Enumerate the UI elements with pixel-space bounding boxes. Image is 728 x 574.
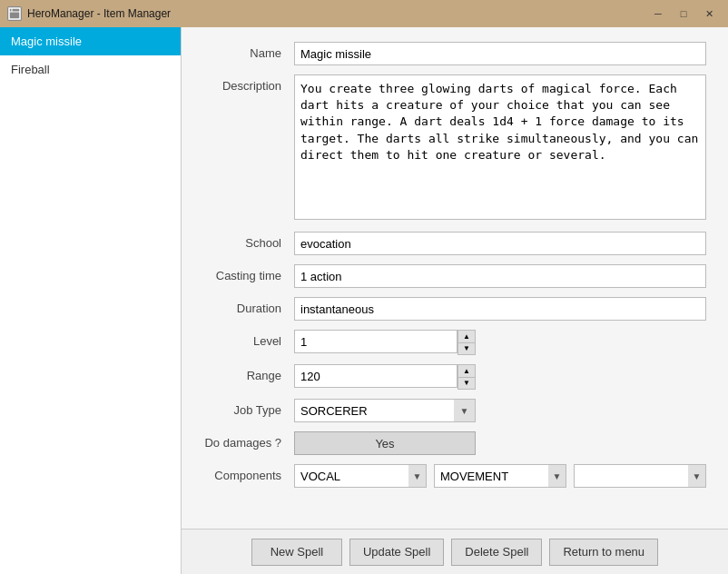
titlebar-left: HeroManager - Item Manager xyxy=(7,6,171,21)
app-icon xyxy=(7,6,22,21)
new-spell-button[interactable]: New Spell xyxy=(251,539,342,566)
component2-wrapper: MOVEMENT VOCAL SOMATIC MATERIAL ▼ xyxy=(434,464,566,488)
duration-row: Duration xyxy=(203,297,706,321)
job-type-label: Job Type xyxy=(203,399,294,417)
svg-rect-0 xyxy=(9,8,20,19)
name-row: Name xyxy=(203,42,706,65)
level-up-button[interactable]: ▲ xyxy=(458,331,475,342)
range-spinner-buttons: ▲ ▼ xyxy=(457,364,476,390)
casting-time-label: Casting time xyxy=(203,264,294,282)
component1-wrapper: VOCAL SOMATIC MATERIAL ▼ xyxy=(294,464,427,488)
range-up-button[interactable]: ▲ xyxy=(458,365,475,377)
components-wrapper: VOCAL SOMATIC MATERIAL ▼ MOVEMENT VOCAL … xyxy=(294,464,706,488)
job-type-row: Job Type SORCERER WIZARD CLERIC PALADIN … xyxy=(203,399,706,422)
return-to-menu-button[interactable]: Return to menu xyxy=(549,539,658,566)
do-damages-control: Yes xyxy=(294,431,706,455)
range-spinner: ▲ ▼ xyxy=(294,364,476,390)
school-row: School xyxy=(203,232,706,255)
job-type-dropdown-wrapper: SORCERER WIZARD CLERIC PALADIN RANGER ▼ xyxy=(294,399,476,422)
do-damages-toggle[interactable]: Yes xyxy=(294,431,476,455)
delete-spell-button[interactable]: Delete Spell xyxy=(451,539,542,566)
components-control: VOCAL SOMATIC MATERIAL ▼ MOVEMENT VOCAL … xyxy=(294,464,706,488)
minimize-button[interactable]: ─ xyxy=(646,5,670,23)
name-control xyxy=(294,42,706,65)
range-input[interactable] xyxy=(294,364,457,388)
component1-select[interactable]: VOCAL SOMATIC MATERIAL xyxy=(294,464,427,488)
close-button[interactable]: ✕ xyxy=(697,5,721,23)
bottom-bar: New Spell Update Spell Delete Spell Retu… xyxy=(182,529,728,574)
range-row: Range ▲ ▼ xyxy=(203,364,706,390)
range-control: ▲ ▼ xyxy=(294,364,706,390)
level-input[interactable] xyxy=(294,330,457,353)
component3-wrapper: VOCAL SOMATIC MATERIAL ▼ xyxy=(574,464,706,488)
do-damages-row: Do damages ? Yes xyxy=(203,431,706,455)
description-label: Description xyxy=(203,74,294,93)
titlebar: HeroManager - Item Manager ─ □ ✕ xyxy=(0,0,728,27)
level-control: ▲ ▼ xyxy=(294,330,706,355)
level-spinner: ▲ ▼ xyxy=(294,330,476,355)
job-type-select[interactable]: SORCERER WIZARD CLERIC PALADIN RANGER xyxy=(294,399,476,422)
duration-control xyxy=(294,297,706,321)
sidebar-item-fireball[interactable]: Fireball xyxy=(0,55,181,84)
duration-label: Duration xyxy=(203,297,294,315)
sidebar-item-magic-missile[interactable]: Magic missile xyxy=(0,27,181,55)
job-type-control: SORCERER WIZARD CLERIC PALADIN RANGER ▼ xyxy=(294,399,706,422)
level-label: Level xyxy=(203,330,294,348)
level-row: Level ▲ ▼ xyxy=(203,330,706,355)
component2-select[interactable]: MOVEMENT VOCAL SOMATIC MATERIAL xyxy=(434,464,566,488)
update-spell-button[interactable]: Update Spell xyxy=(349,539,444,566)
components-row: Components VOCAL SOMATIC MATERIAL ▼ xyxy=(203,464,706,488)
name-label: Name xyxy=(203,42,294,60)
description-row: Description You create three glowing dar… xyxy=(203,74,706,223)
casting-time-control xyxy=(294,264,706,288)
sidebar: Magic missile Fireball xyxy=(0,27,182,574)
level-spinner-buttons: ▲ ▼ xyxy=(457,330,476,355)
titlebar-title: HeroManager - Item Manager xyxy=(27,7,171,20)
duration-input[interactable] xyxy=(294,297,706,321)
description-input[interactable]: You create three glowing darts of magica… xyxy=(294,74,706,220)
content-area: Name Description You create three glowin… xyxy=(182,27,728,574)
school-label: School xyxy=(203,232,294,250)
main-layout: Magic missile Fireball Name Description … xyxy=(0,27,728,574)
titlebar-controls: ─ □ ✕ xyxy=(646,5,721,23)
level-down-button[interactable]: ▼ xyxy=(458,342,475,354)
do-damages-label: Do damages ? xyxy=(203,431,294,450)
school-control xyxy=(294,232,706,255)
maximize-button[interactable]: □ xyxy=(672,5,695,23)
name-input[interactable] xyxy=(294,42,706,65)
component3-select[interactable]: VOCAL SOMATIC MATERIAL xyxy=(574,464,706,488)
description-control: You create three glowing darts of magica… xyxy=(294,74,706,223)
components-label: Components xyxy=(203,464,294,482)
range-down-button[interactable]: ▼ xyxy=(458,377,475,389)
range-label: Range xyxy=(203,364,294,382)
school-input[interactable] xyxy=(294,232,706,255)
casting-time-row: Casting time xyxy=(203,264,706,288)
casting-time-input[interactable] xyxy=(294,264,706,288)
